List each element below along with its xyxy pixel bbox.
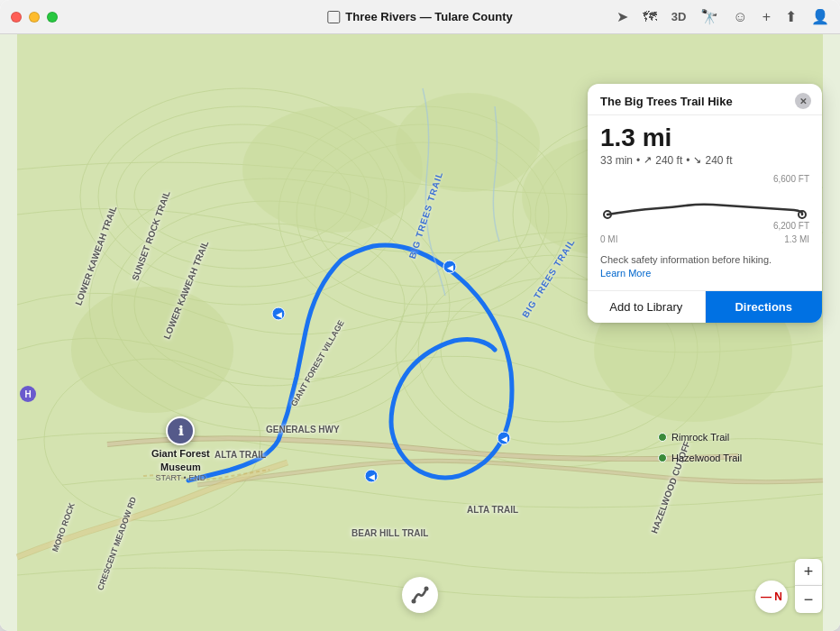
window-title: Three Rivers — Tulare County [345, 10, 512, 23]
svg-point-17 [242, 106, 423, 233]
zoom-in-button[interactable]: + [795, 559, 822, 586]
zoom-out-button[interactable]: − [795, 586, 822, 613]
window-icon [327, 11, 340, 23]
card-title: The Big Trees Trail Hike [600, 95, 733, 108]
elevation-section: 6,600 FT 6,200 FT 0 MI 1.3 MI [588, 167, 822, 250]
safety-text: Check safety information before hiking. [600, 254, 772, 265]
face-icon[interactable]: ☺ [733, 10, 747, 24]
close-button[interactable] [11, 12, 22, 23]
route-icon [410, 585, 430, 605]
distance-display: 1.3 mi [600, 124, 809, 152]
svg-text:◀: ◀ [369, 472, 375, 481]
hospital-marker: H [20, 386, 36, 402]
svg-point-33 [425, 587, 429, 591]
elev-high-label: 6,600 FT [600, 174, 809, 184]
3d-button[interactable]: 3D [671, 11, 687, 23]
traffic-lights [11, 12, 58, 23]
hazelwood-trail[interactable]: Hazelwood Trail [658, 453, 742, 463]
elevation-chart [600, 186, 809, 226]
add-button[interactable]: + [762, 10, 771, 24]
rimrock-trail[interactable]: Rimrock Trail [658, 432, 729, 443]
svg-point-21 [71, 287, 233, 413]
directions-button[interactable]: Directions [706, 291, 823, 323]
binoculars-icon[interactable]: 🔭 [700, 10, 718, 24]
museum-pin-icon: ℹ [166, 416, 195, 445]
map-view[interactable]: ◀ ◀ ◀ ◀ BIG TREES TRAIL BIG TREES TRAIL … [0, 34, 840, 631]
elevation-miles: 0 MI 1.3 MI [600, 234, 809, 244]
miles-start: 0 MI [600, 234, 617, 244]
museum-name2: Museum [151, 461, 210, 473]
add-to-library-button[interactable]: Add to Library [588, 291, 706, 323]
toolbar-right: ➤ 🗺 3D 🔭 ☺ + ⬆ 👤 [616, 10, 829, 24]
museum-sub: START • END [151, 473, 210, 482]
svg-text:◀: ◀ [276, 310, 282, 319]
svg-text:◀: ◀ [501, 434, 507, 444]
zoom-controls: + − [795, 559, 822, 613]
hazelwood-dot [658, 453, 667, 462]
compass-button[interactable]: — N [755, 581, 788, 613]
trail-details: 33 min • ↗ 240 ft • ↘ 240 ft [600, 154, 809, 167]
titlebar: Three Rivers — Tulare County ➤ 🗺 3D 🔭 ☺ … [0, 0, 840, 34]
museum-name: Giant Forest [151, 447, 210, 460]
card-close-button[interactable]: ✕ [795, 93, 811, 109]
elevation-loss: 240 ft [705, 154, 732, 167]
svg-point-32 [412, 599, 416, 604]
location-icon[interactable]: ➤ [616, 10, 628, 24]
card-body: 1.3 mi 33 min • ↗ 240 ft • ↘ 240 ft [588, 115, 822, 167]
svg-text:◀: ◀ [447, 263, 453, 272]
time-detail: 33 min [600, 154, 633, 167]
elev-up-icon: ↗ [644, 154, 652, 166]
minimize-button[interactable] [29, 12, 40, 23]
miles-end: 1.3 MI [784, 234, 809, 244]
compass-n-label: — N [761, 590, 782, 603]
rimrock-dot [658, 433, 667, 442]
elev-down-icon: ↘ [693, 154, 701, 166]
rimrock-label: Rimrock Trail [671, 432, 729, 443]
safety-note: Check safety information before hiking. … [588, 250, 822, 290]
maximize-button[interactable] [47, 12, 58, 23]
app-window: Three Rivers — Tulare County ➤ 🗺 3D 🔭 ☺ … [0, 0, 840, 631]
account-icon[interactable]: 👤 [811, 10, 829, 24]
svg-point-18 [396, 93, 540, 192]
card-footer: Add to Library Directions [588, 290, 822, 323]
window-title-area: Three Rivers — Tulare County [327, 10, 512, 23]
elevation-gain: 240 ft [655, 154, 682, 167]
learn-more-link[interactable]: Learn More [600, 268, 651, 279]
hazelwood-label: Hazelwood Trail [671, 453, 742, 463]
museum-marker[interactable]: ℹ Giant Forest Museum START • END [151, 416, 210, 482]
route-button[interactable] [402, 577, 438, 613]
info-card: The Big Trees Trail Hike ✕ 1.3 mi 33 min… [588, 84, 822, 323]
card-header: The Big Trees Trail Hike ✕ [588, 84, 822, 115]
map-icon[interactable]: 🗺 [643, 10, 657, 24]
share-icon[interactable]: ⬆ [785, 10, 797, 24]
